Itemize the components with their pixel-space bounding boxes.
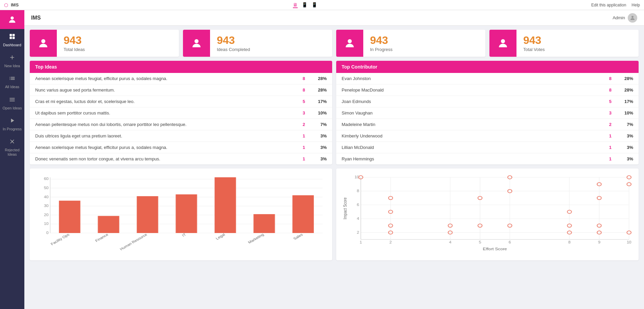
- stats-row: 943 Total Ideas 943 Ideas Completed 94: [24, 26, 644, 61]
- sidebar-item-rejected-ideas-label: Rejected Ideas: [1, 148, 23, 157]
- new-idea-icon: [9, 54, 16, 62]
- device-icons: 🖥 📱 📱: [293, 2, 317, 8]
- top-contributor-row: Penelope MacDonald 8 28%: [336, 84, 639, 96]
- top-ideas-row: Ut dapibus sem porttitor cursus mattis. …: [30, 107, 332, 119]
- sidebar: Dashboard New Idea All Ideas Open Ideas …: [0, 10, 24, 309]
- sidebar-item-new-idea-label: New Idea: [4, 64, 20, 68]
- contributor-count: 5: [601, 99, 612, 104]
- idea-pct: 7%: [313, 122, 327, 127]
- top-contributor-row: Kimberly Underwood 1 3%: [336, 130, 639, 142]
- contributor-pct: 3%: [620, 133, 633, 138]
- idea-count: 8: [295, 87, 305, 93]
- page-title: IMS: [31, 15, 41, 21]
- rejected-ideas-icon: [9, 138, 16, 147]
- top-contributor-row: Lillian McDonald 1 3%: [336, 142, 639, 153]
- top-contributor-row: Simon Vaughan 3 10%: [336, 107, 639, 119]
- stat-label-in-progress: In Progress: [370, 47, 392, 52]
- contributor-pct: 3%: [620, 145, 633, 150]
- sidebar-logo: [0, 10, 24, 29]
- dashboard-icon: [9, 33, 16, 42]
- top-contributor-card: Top Contributor Evan Johnston 8 28% Pene…: [336, 61, 639, 164]
- main-content: IMS Admin 943 Total Ideas: [24, 10, 644, 309]
- top-ideas-row: Cras et mi egestas, luctus dolor et, sce…: [30, 96, 332, 107]
- edit-application-link[interactable]: Edit this application: [591, 3, 626, 7]
- top-contributor-row: Madeleine Martin 2 7%: [336, 119, 639, 130]
- idea-pct: 28%: [313, 76, 327, 81]
- app-layout: Dashboard New Idea All Ideas Open Ideas …: [0, 10, 644, 309]
- svg-point-6: [41, 39, 45, 43]
- idea-count: 8: [295, 76, 305, 81]
- sidebar-item-dashboard-label: Dashboard: [3, 43, 21, 47]
- idea-pct: 3%: [313, 133, 327, 138]
- contributor-count: 8: [601, 87, 612, 93]
- header-right: Admin: [613, 13, 637, 23]
- avatar: [628, 13, 637, 23]
- sidebar-item-open-ideas[interactable]: Open Ideas: [0, 92, 24, 113]
- stat-card-total-votes: 943 Total Votes: [489, 30, 639, 57]
- tablet-icon[interactable]: 📱: [302, 2, 307, 8]
- stat-body-in-progress: 943 In Progress: [363, 30, 399, 56]
- contributor-name: Simon Vaughan: [342, 110, 601, 115]
- top-bar-left: ⬡ IMS: [4, 2, 19, 8]
- svg-point-9: [501, 39, 505, 43]
- sidebar-item-new-idea[interactable]: New Idea: [0, 50, 24, 71]
- top-ideas-row: Aenean scelerisque metus feugiat, effici…: [30, 142, 332, 153]
- help-link[interactable]: Help: [631, 3, 640, 7]
- contributor-name: Penelope MacDonald: [342, 87, 601, 93]
- mobile-icon[interactable]: 📱: [312, 2, 317, 8]
- stat-number-total-ideas: 943: [64, 34, 85, 46]
- stat-card-ideas-completed: 943 Ideas Completed: [183, 30, 332, 57]
- svg-point-5: [631, 16, 634, 18]
- sidebar-item-all-ideas[interactable]: All Ideas: [0, 71, 24, 92]
- idea-name: Duis ultrices ligula eget urna pretium l…: [35, 133, 295, 138]
- top-ideas-row: Aenean scelerisque metus feugiat, effici…: [30, 73, 332, 84]
- svg-point-8: [348, 39, 352, 43]
- idea-count: 1: [295, 133, 305, 138]
- tables-row: Top Ideas Aenean scelerisque metus feugi…: [24, 61, 644, 169]
- stat-label-total-votes: Total Votes: [523, 47, 545, 52]
- idea-name: Aenean scelerisque metus feugiat, effici…: [35, 145, 295, 150]
- contributor-count: 1: [601, 133, 612, 138]
- idea-name: Aenean scelerisque metus feugiat, effici…: [35, 76, 295, 81]
- svg-point-0: [10, 17, 14, 20]
- sidebar-item-in-progress-label: In Progress: [3, 127, 22, 131]
- contributor-count: 3: [601, 110, 612, 115]
- top-bar-right: Edit this application Help: [591, 3, 640, 7]
- stat-body-total-ideas: 943 Total Ideas: [57, 30, 92, 56]
- stat-card-total-ideas: 943 Total Ideas: [30, 30, 179, 57]
- idea-name: Cras et mi egestas, luctus dolor et, sce…: [35, 99, 295, 104]
- idea-pct: 17%: [313, 99, 327, 104]
- idea-name: Nunc varius augue sed porta fermentum.: [35, 87, 295, 93]
- contributor-count: 2: [601, 122, 612, 127]
- stat-label-total-ideas: Total Ideas: [64, 47, 85, 52]
- all-ideas-icon: [9, 75, 16, 83]
- svg-rect-4: [13, 37, 15, 39]
- sidebar-item-dashboard[interactable]: Dashboard: [0, 29, 24, 50]
- contributor-name: Joan Edmunds: [342, 99, 601, 104]
- top-ideas-row: Aenean pellentesque metus non dui lobort…: [30, 119, 332, 130]
- idea-count: 1: [295, 145, 305, 150]
- idea-pct: 10%: [313, 110, 327, 115]
- contributor-pct: 7%: [620, 122, 633, 127]
- contributor-pct: 10%: [620, 110, 633, 115]
- contributor-name: Kimberly Underwood: [342, 133, 601, 138]
- idea-count: 3: [295, 110, 305, 115]
- in-progress-icon: [9, 117, 16, 126]
- sidebar-item-in-progress[interactable]: In Progress: [0, 113, 24, 134]
- stat-icon-total-ideas: [30, 30, 57, 57]
- sidebar-item-rejected-ideas[interactable]: Rejected Ideas: [0, 134, 24, 159]
- bar-chart-card: [30, 169, 332, 260]
- idea-name: Ut dapibus sem porttitor cursus mattis.: [35, 110, 295, 115]
- contributor-count: 1: [601, 156, 612, 161]
- admin-label: Admin: [613, 15, 625, 20]
- header-bar: IMS Admin: [24, 10, 644, 26]
- desktop-icon[interactable]: 🖥: [293, 2, 298, 8]
- open-ideas-icon: [9, 96, 16, 105]
- charts-row: [24, 169, 644, 266]
- top-contributor-row: Joan Edmunds 5 17%: [336, 96, 639, 107]
- stat-number-total-votes: 943: [523, 34, 545, 46]
- contributor-pct: 17%: [620, 99, 633, 104]
- stat-number-in-progress: 943: [370, 34, 392, 46]
- contributor-pct: 3%: [620, 156, 633, 161]
- stat-icon-total-votes: [489, 30, 516, 57]
